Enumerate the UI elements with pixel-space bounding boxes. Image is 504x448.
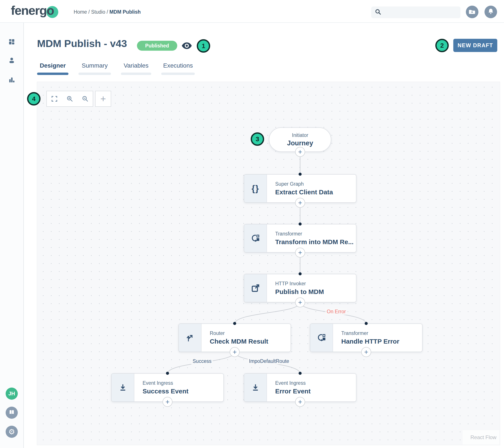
edge-label-on-error: On Error: [325, 308, 347, 315]
breadcrumb-prefix[interactable]: Home / Studio /: [74, 9, 109, 15]
bell-icon: [487, 8, 494, 16]
add-folder-button[interactable]: [466, 6, 478, 18]
edge-connector-dot: [233, 322, 236, 325]
edge-connector-dot: [299, 222, 302, 226]
add-step-button[interactable]: +: [295, 147, 305, 157]
node-type-label: Event Ingress: [143, 380, 223, 386]
tab-bar: Designer Summary Variables Executions: [37, 62, 195, 75]
dashboard-icon[interactable]: [8, 38, 15, 46]
node-type-label: HTTP Invoker: [275, 281, 356, 287]
edge-connector-dot: [299, 272, 302, 275]
external-link-icon: [244, 274, 267, 302]
top-bar: fenergo Home / Studio / MDM Publish: [0, 0, 504, 23]
avatar-initials: JH: [8, 391, 15, 397]
add-step-button[interactable]: +: [295, 397, 305, 407]
node-type-label: Router: [210, 330, 290, 336]
canvas-toolbar: [46, 91, 93, 107]
page-title: MDM Publish - v43: [37, 37, 127, 49]
user-icon[interactable]: [8, 57, 15, 65]
settings-button[interactable]: ⚙: [6, 426, 18, 438]
folder-plus-icon: [469, 8, 476, 16]
node-title-label: Extract Client Data: [275, 188, 356, 196]
plus-icon: +: [100, 93, 106, 104]
add-node-button[interactable]: +: [95, 91, 111, 107]
braces-icon: {}: [244, 175, 267, 202]
edge-label-default-route: ImpoDefaultRoute: [248, 358, 290, 364]
node-type-label: Transformer: [341, 330, 422, 336]
node-title-label: Error Event: [275, 388, 356, 395]
add-step-button[interactable]: +: [361, 347, 371, 357]
node-title-label: Publish to MDM: [275, 288, 356, 295]
tab-executions[interactable]: Executions: [161, 62, 195, 75]
add-step-button[interactable]: +: [295, 198, 305, 208]
global-search[interactable]: [371, 6, 460, 18]
breadcrumb-current: MDM Publish: [109, 9, 141, 15]
node-title-label: Journey: [287, 139, 313, 147]
add-step-button[interactable]: +: [162, 397, 172, 407]
node-type-label: Super Graph: [275, 181, 356, 187]
new-draft-button[interactable]: NEW DRAFT: [453, 39, 497, 52]
tab-designer-indicator: [37, 72, 69, 75]
breadcrumb[interactable]: Home / Studio / MDM Publish: [74, 9, 141, 15]
zoom-out-button[interactable]: [77, 91, 93, 106]
tab-designer[interactable]: Designer: [37, 62, 69, 75]
node-title-label: Transform into MDM Re...: [275, 238, 356, 246]
node-type-label: Transformer: [275, 231, 356, 237]
book-icon: [8, 409, 15, 416]
documentation-button[interactable]: [6, 407, 18, 419]
flow-canvas[interactable]: + Initiator Journey {} Super Graph Extra…: [37, 82, 500, 445]
logo-text: fenerg: [11, 3, 47, 17]
event-ingress-icon: [112, 374, 134, 401]
tab-summary-indicator: [78, 72, 111, 75]
node-title-label: Success Event: [143, 388, 223, 395]
react-flow-watermark: React Flow: [463, 430, 500, 445]
edge-connector-dot: [365, 322, 368, 325]
router-fork-icon: [179, 324, 201, 352]
event-ingress-icon: [244, 374, 267, 401]
edge-label-success: Success: [191, 358, 213, 364]
annotation-circle-1: 1: [197, 39, 210, 53]
add-step-button[interactable]: +: [230, 347, 240, 357]
edge-connector-dot: [166, 372, 169, 375]
node-title-label: Check MDM Result: [210, 338, 290, 345]
status-badge: Published: [137, 41, 177, 51]
add-step-button[interactable]: +: [295, 248, 305, 258]
tab-summary[interactable]: Summary: [78, 62, 111, 75]
bar-chart-icon[interactable]: [8, 76, 15, 84]
logo-text-o: o: [47, 3, 54, 17]
gear-icon: ⚙: [8, 428, 15, 435]
left-sidebar: JH ⚙: [0, 23, 24, 448]
transform-icon: [244, 224, 267, 252]
tab-variables-indicator: [121, 72, 151, 75]
transform-icon: [310, 324, 333, 352]
eye-icon[interactable]: [182, 42, 192, 50]
edge-connector-dot: [299, 173, 302, 176]
search-input[interactable]: [384, 10, 457, 15]
node-type-label: Initiator: [292, 132, 308, 138]
search-icon: [375, 8, 381, 16]
annotation-circle-4: 4: [27, 92, 40, 106]
annotation-circle-3: 3: [251, 132, 264, 146]
node-type-label: Event Ingress: [275, 380, 356, 386]
fit-view-button[interactable]: [47, 91, 62, 106]
node-title-label: Handle HTTP Error: [341, 338, 422, 345]
add-step-button[interactable]: +: [295, 297, 305, 307]
user-avatar[interactable]: JH: [6, 388, 18, 400]
tab-executions-indicator: [161, 72, 195, 75]
edge-connector-dot: [299, 372, 302, 375]
app-root: fenergo Home / Studio / MDM Publish: [0, 0, 504, 448]
fenergo-logo[interactable]: fenergo: [11, 3, 54, 18]
zoom-in-button[interactable]: [62, 91, 78, 106]
annotation-circle-2: 2: [435, 39, 449, 52]
notifications-button[interactable]: [485, 6, 497, 18]
tab-variables[interactable]: Variables: [121, 62, 151, 75]
